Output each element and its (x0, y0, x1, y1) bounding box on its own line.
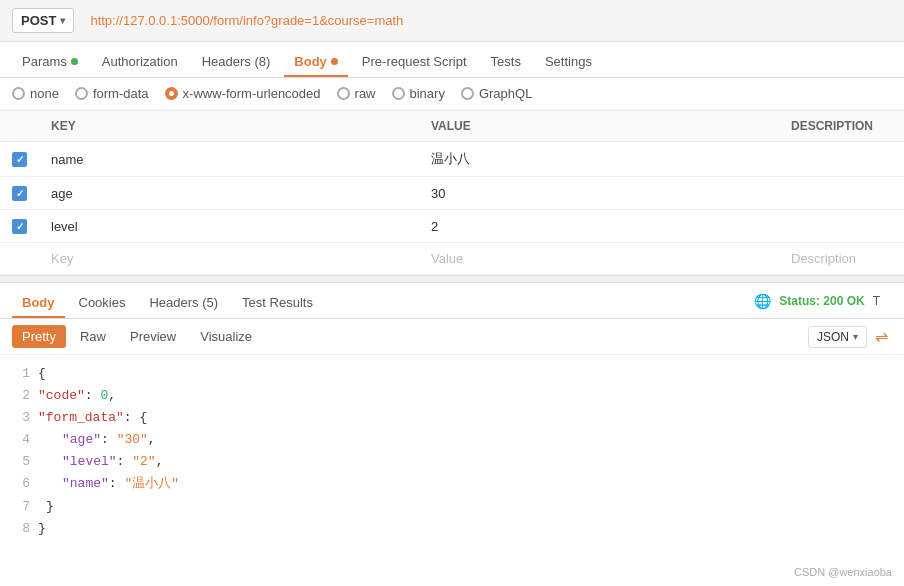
resp-tab-cookies[interactable]: Cookies (69, 289, 136, 318)
tab-params-label: Params (22, 54, 67, 69)
tab-settings-label: Settings (545, 54, 592, 69)
status-badge: Status: 200 OK (779, 294, 864, 308)
response-status: 🌐 Status: 200 OK T (742, 293, 892, 315)
line-num-7: 7 (12, 496, 30, 518)
format-tab-visualize[interactable]: Visualize (190, 325, 262, 348)
radio-raw-circle (337, 87, 350, 100)
format-tab-preview[interactable]: Preview (120, 325, 186, 348)
row2-value-cell: 30 (419, 177, 779, 210)
table-row: age 30 (0, 177, 904, 210)
format-tab-pretty[interactable]: Pretty (12, 325, 66, 348)
format-preview-label: Preview (130, 329, 176, 344)
row1-value-cell: 温小八 (419, 142, 779, 177)
tab-headers[interactable]: Headers (8) (192, 48, 281, 77)
row4-value-cell[interactable]: Value (419, 243, 779, 275)
tab-tests[interactable]: Tests (481, 48, 531, 77)
tab-authorization[interactable]: Authorization (92, 48, 188, 77)
row2-key: age (51, 186, 73, 201)
json-age-key: "age": "30", (38, 429, 156, 451)
resp-tab-cookies-label: Cookies (79, 295, 126, 310)
radio-form-data[interactable]: form-data (75, 86, 149, 101)
resp-tab-headers-label: Headers (5) (149, 295, 218, 310)
radio-urlencoded[interactable]: x-www-form-urlencoded (165, 86, 321, 101)
radio-binary-label: binary (410, 86, 445, 101)
tab-params[interactable]: Params (12, 48, 88, 77)
url-input[interactable] (82, 9, 892, 32)
row3-value: 2 (431, 219, 438, 234)
url-bar: POST ▾ (0, 0, 904, 42)
row1-checkbox[interactable] (12, 152, 27, 167)
json-line-7: 7 } (12, 496, 892, 518)
row2-desc-cell (779, 177, 904, 210)
resp-tab-headers[interactable]: Headers (5) (139, 289, 228, 318)
row3-checkbox[interactable] (12, 219, 27, 234)
radio-binary-circle (392, 87, 405, 100)
json-inner-brace-close: } (38, 496, 54, 518)
format-tab-raw[interactable]: Raw (70, 325, 116, 348)
tab-headers-label: Headers (8) (202, 54, 271, 69)
radio-binary[interactable]: binary (392, 86, 445, 101)
json-line-8: 8 } (12, 518, 892, 540)
row3-key-cell: level (39, 210, 419, 243)
radio-graphql-label: GraphQL (479, 86, 532, 101)
row2-check-cell[interactable] (0, 177, 39, 210)
line-num-6: 6 (12, 473, 30, 495)
section-divider (0, 275, 904, 283)
radio-urlencoded-label: x-www-form-urlencoded (183, 86, 321, 101)
json-line-2: 2 "code": 0, (12, 385, 892, 407)
line-num-3: 3 (12, 407, 30, 429)
row1-check-cell[interactable] (0, 142, 39, 177)
tab-tests-label: Tests (491, 54, 521, 69)
tab-authorization-label: Authorization (102, 54, 178, 69)
row1-desc-cell (779, 142, 904, 177)
row1-key-cell: name (39, 142, 419, 177)
line-num-4: 4 (12, 429, 30, 451)
wrap-icon[interactable]: ⇌ (871, 325, 892, 348)
tab-prerequest[interactable]: Pre-request Script (352, 48, 477, 77)
tab-body[interactable]: Body (284, 48, 348, 77)
json-name-key: "name": "温小八" (38, 473, 179, 495)
radio-raw[interactable]: raw (337, 86, 376, 101)
resp-tab-body[interactable]: Body (12, 289, 65, 318)
row2-checkbox[interactable] (12, 186, 27, 201)
json-level-key: "level": "2", (38, 451, 163, 473)
json-line-1: 1 { (12, 363, 892, 385)
tab-settings[interactable]: Settings (535, 48, 602, 77)
table-row: level 2 (0, 210, 904, 243)
json-chevron-icon: ▾ (853, 331, 858, 342)
col-header-description: DESCRIPTION (779, 111, 904, 142)
radio-form-data-label: form-data (93, 86, 149, 101)
json-line-6: 6 "name": "温小八" (12, 473, 892, 495)
row3-value-cell: 2 (419, 210, 779, 243)
row1-value: 温小八 (431, 151, 470, 166)
row4-value-placeholder: Value (431, 251, 463, 266)
tab-body-label: Body (294, 54, 327, 69)
row3-key: level (51, 219, 78, 234)
json-format-label: JSON (817, 330, 849, 344)
globe-icon: 🌐 (754, 293, 771, 309)
resp-tab-testresults[interactable]: Test Results (232, 289, 323, 318)
row4-key-placeholder: Key (51, 251, 73, 266)
radio-raw-label: raw (355, 86, 376, 101)
radio-none[interactable]: none (12, 86, 59, 101)
line-num-5: 5 (12, 451, 30, 473)
params-dot (71, 58, 78, 65)
time-label: T (873, 294, 880, 308)
json-brace-open: { (38, 363, 46, 385)
table-row: Key Value Description (0, 243, 904, 275)
method-label: POST (21, 13, 56, 28)
radio-graphql[interactable]: GraphQL (461, 86, 532, 101)
row4-key-cell[interactable]: Key (39, 243, 419, 275)
row1-key: name (51, 152, 84, 167)
json-format-select[interactable]: JSON ▾ (808, 326, 867, 348)
radio-none-label: none (30, 86, 59, 101)
json-outer-brace-close: } (38, 518, 46, 540)
chevron-down-icon: ▾ (60, 15, 65, 26)
method-select[interactable]: POST ▾ (12, 8, 74, 33)
body-type-row: none form-data x-www-form-urlencoded raw… (0, 78, 904, 110)
row3-check-cell[interactable] (0, 210, 39, 243)
row2-key-cell: age (39, 177, 419, 210)
row4-desc-cell[interactable]: Description (779, 243, 904, 275)
tab-prerequest-label: Pre-request Script (362, 54, 467, 69)
json-viewer: 1 { 2 "code": 0, 3 "form_data": { 4 "age… (0, 355, 904, 548)
